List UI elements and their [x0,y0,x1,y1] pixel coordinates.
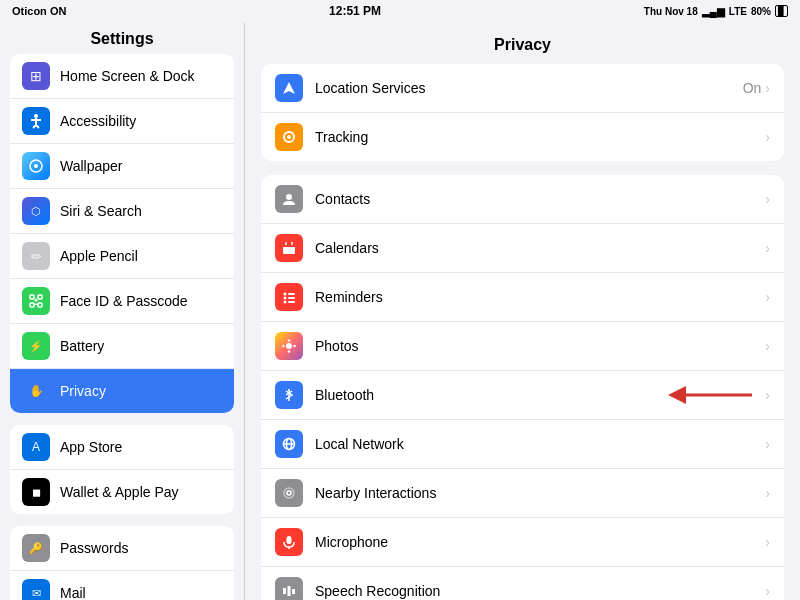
speech-recognition-icon [275,577,303,600]
settings-item-nearby-interactions[interactable]: Nearby Interactions › [261,469,784,518]
sidebar-item-face-id[interactable]: Face ID & Passcode [10,279,234,324]
local-network-icon [275,430,303,458]
sidebar-item-siri[interactable]: ⬡ Siri & Search [10,189,234,234]
svg-point-31 [288,339,290,341]
sidebar-item-battery[interactable]: ⚡ Battery [10,324,234,369]
sidebar-item-privacy[interactable]: ✋ Privacy [10,369,234,413]
settings-item-speech-recognition[interactable]: Speech Recognition › [261,567,784,600]
battery-icon: ▊ [775,5,788,17]
svg-point-30 [286,343,292,349]
settings-item-tracking[interactable]: Tracking › [261,113,784,161]
tracking-icon [275,123,303,151]
contacts-perm-icon [275,185,303,213]
siri-label: Siri & Search [60,203,142,219]
status-right: Thu Nov 18 ▂▄▆ LTE 80% ▊ [644,5,788,17]
svg-point-39 [287,491,291,495]
red-arrow-annotation [667,384,757,406]
right-panel: Privacy Location Services On › Tracking … [245,22,800,600]
svg-line-3 [33,125,36,128]
passwords-icon: 🔑 [22,534,50,562]
sidebar-group-2: A App Store ◼ Wallet & Apple Pay [10,425,234,514]
settings-item-contacts[interactable]: Contacts › [261,175,784,224]
settings-item-location-services[interactable]: Location Services On › [261,64,784,113]
mail-icon: ✉ [22,579,50,600]
face-id-label: Face ID & Passcode [60,293,188,309]
accessibility-icon [22,107,50,135]
calendars-chevron: › [765,240,770,256]
date-label: Thu Nov 18 [644,6,698,17]
settings-item-bluetooth[interactable]: Bluetooth › [261,371,784,420]
battery-label: 80% [751,6,771,17]
bluetooth-perm-label: Bluetooth [315,387,667,403]
signal-bars: ▂▄▆ [702,6,725,17]
speech-chevron: › [765,583,770,599]
photos-chevron: › [765,338,770,354]
contacts-chevron: › [765,191,770,207]
sidebar-item-home-screen[interactable]: ⊞ Home Screen & Dock [10,54,234,99]
sidebar: Settings ⊞ Home Screen & Dock Accessibil… [0,22,245,600]
settings-group-location: Location Services On › Tracking › [261,64,784,161]
mail-label: Mail [60,585,86,600]
passwords-label: Passwords [60,540,128,556]
nearby-interactions-icon [275,479,303,507]
settings-item-photos[interactable]: Photos › [261,322,784,371]
sidebar-item-app-store[interactable]: A App Store [10,425,234,470]
svg-marker-16 [283,82,295,94]
settings-item-reminders[interactable]: Reminders › [261,273,784,322]
svg-point-26 [284,301,287,304]
battery-icon-sidebar: ⚡ [22,332,50,360]
sidebar-item-apple-pencil[interactable]: ✏ Apple Pencil [10,234,234,279]
location-services-value: On [743,80,762,96]
battery-label-sidebar: Battery [60,338,104,354]
speech-recognition-label: Speech Recognition [315,583,765,599]
sidebar-group-3: 🔑 Passwords ✉ Mail 👤 Contacts 18 Calenda… [10,526,234,600]
svg-point-32 [293,345,295,347]
sidebar-item-accessibility[interactable]: Accessibility [10,99,234,144]
sidebar-item-mail[interactable]: ✉ Mail [10,571,234,600]
svg-point-18 [287,135,291,139]
local-network-label: Local Network [315,436,765,452]
bluetooth-chevron: › [765,387,770,403]
svg-rect-44 [288,586,291,596]
svg-rect-28 [288,297,295,299]
sidebar-item-wallet[interactable]: ◼ Wallet & Apple Pay [10,470,234,514]
panel-title: Privacy [261,32,784,64]
tracking-chevron: › [765,129,770,145]
settings-item-microphone[interactable]: Microphone › [261,518,784,567]
lte-label: LTE [729,6,747,17]
svg-rect-7 [30,295,34,299]
wallpaper-label: Wallpaper [60,158,123,174]
apple-pencil-label: Apple Pencil [60,248,138,264]
siri-icon: ⬡ [22,197,50,225]
location-services-chevron: › [765,80,770,96]
app-store-icon: A [22,433,50,461]
status-time: 12:51 PM [329,4,381,18]
location-services-icon [275,74,303,102]
settings-group-permissions: Contacts › Calendars › Reminders › [261,175,784,600]
sidebar-item-passwords[interactable]: 🔑 Passwords [10,526,234,571]
svg-rect-27 [288,293,295,295]
main-layout: Settings ⊞ Home Screen & Dock Accessibil… [0,22,800,600]
sidebar-title: Settings [0,22,244,54]
svg-point-24 [284,293,287,296]
nearby-chevron: › [765,485,770,501]
svg-point-33 [288,350,290,352]
calendars-perm-icon [275,234,303,262]
svg-line-4 [36,125,39,128]
settings-item-calendars[interactable]: Calendars › [261,224,784,273]
status-bar: Oticon ON 12:51 PM Thu Nov 18 ▂▄▆ LTE 80… [0,0,800,22]
home-screen-label: Home Screen & Dock [60,68,195,84]
contacts-perm-label: Contacts [315,191,765,207]
svg-point-40 [284,488,294,498]
sidebar-item-wallpaper[interactable]: Wallpaper [10,144,234,189]
privacy-icon: ✋ [22,377,50,405]
svg-point-34 [282,345,284,347]
nearby-interactions-label: Nearby Interactions [315,485,765,501]
svg-rect-43 [283,588,286,594]
wallpaper-icon [22,152,50,180]
settings-item-local-network[interactable]: Local Network › [261,420,784,469]
svg-rect-41 [287,536,292,544]
svg-rect-21 [283,243,295,247]
sidebar-group-1: ⊞ Home Screen & Dock Accessibility Wallp… [10,54,234,413]
svg-rect-45 [292,589,295,594]
